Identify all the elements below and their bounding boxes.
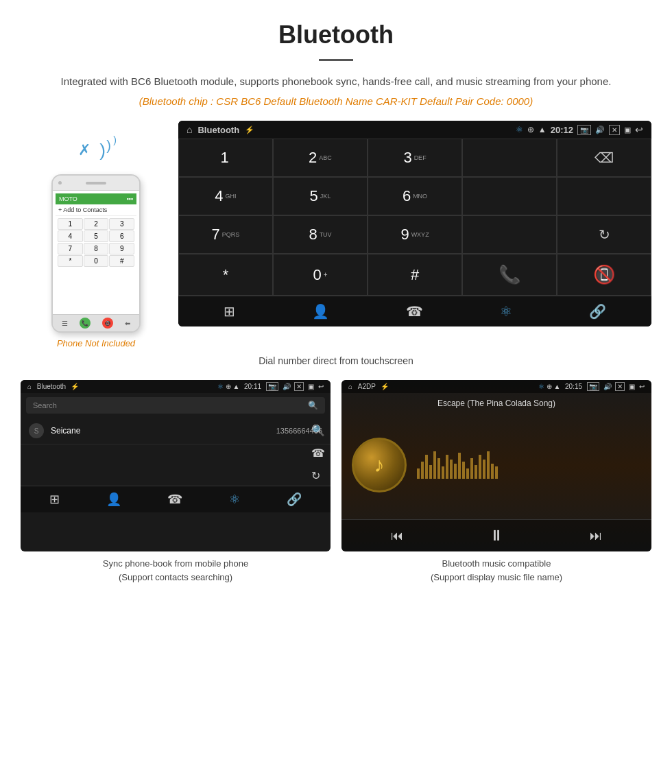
- pb-contacts-icon[interactable]: 👤: [106, 492, 121, 507]
- phone-key-6[interactable]: 6: [109, 230, 134, 242]
- phone-key-8[interactable]: 8: [84, 243, 109, 254]
- phone-call-btn[interactable]: 📞: [80, 318, 91, 329]
- prev-btn[interactable]: ⏮: [391, 529, 403, 543]
- key-0[interactable]: 0 +: [273, 254, 368, 296]
- pb-exit-icon[interactable]: ✕: [294, 382, 304, 391]
- phone-key-hash[interactable]: #: [109, 255, 134, 267]
- music-note-icon: ♪: [374, 453, 385, 477]
- key-4-sub: GHI: [226, 193, 237, 200]
- pb-window-icon[interactable]: ▣: [308, 383, 314, 390]
- phone-key-0[interactable]: 0: [84, 255, 109, 267]
- contact-avatar-s: S: [29, 423, 44, 438]
- pb-back-icon[interactable]: ↩: [318, 383, 324, 390]
- link-nav-icon[interactable]: 🔗: [589, 303, 606, 320]
- pb-volume-icon[interactable]: 🔊: [283, 383, 291, 390]
- exit-icon[interactable]: ✕: [609, 125, 620, 135]
- key-star[interactable]: *: [178, 254, 273, 296]
- home-icon[interactable]: ⌂: [187, 124, 192, 135]
- key-7[interactable]: 7 PQRS: [178, 215, 273, 254]
- phone-bottom-bar: ☰ 📞 📵 ⬅: [53, 314, 139, 331]
- phone-end-icon: 📵: [104, 320, 111, 326]
- next-btn[interactable]: ⏭: [590, 529, 602, 543]
- music-camera-icon[interactable]: 📷: [587, 382, 599, 391]
- phone-key-star[interactable]: *: [58, 255, 83, 267]
- key-3[interactable]: 3 DEF: [368, 139, 462, 177]
- pb-refresh-right-icon[interactable]: ↻: [311, 469, 325, 482]
- pb-search-placeholder: Search: [33, 401, 57, 409]
- back-icon[interactable]: ↩: [635, 124, 643, 135]
- search-icon[interactable]: 🔍: [308, 401, 318, 410]
- vis-bar: [475, 465, 477, 479]
- phone-key-7[interactable]: 7: [58, 243, 83, 254]
- pb-search-bar[interactable]: Search 🔍: [26, 397, 325, 414]
- phone-key-1[interactable]: 1: [58, 218, 83, 230]
- usb-icon: ⚡: [245, 126, 254, 134]
- music-home-icon[interactable]: ⌂: [348, 383, 352, 390]
- music-screen: ⌂ A2DP ⚡ ⚛ ⊕ ▲ 20:15 📷 🔊 ✕ ▣ ↩ Escape (T…: [341, 380, 651, 551]
- phone-end-btn[interactable]: 📵: [102, 318, 113, 329]
- phone-key-2[interactable]: 2: [84, 218, 109, 230]
- key-8[interactable]: 8 TUV: [273, 215, 368, 254]
- key-5[interactable]: 5 JKL: [273, 177, 368, 215]
- pb-grid-icon[interactable]: ⊞: [49, 492, 60, 507]
- grid-nav-icon[interactable]: ⊞: [224, 303, 235, 320]
- phone-key-4[interactable]: 4: [58, 230, 83, 242]
- phone-screen: MOTO ▪▪▪ + Add to Contacts 1 2 3 4 5 6 7…: [53, 191, 139, 314]
- dial-caption: Dial number direct from touchscreen: [0, 355, 672, 366]
- pb-link-icon[interactable]: 🔗: [287, 492, 302, 507]
- car-dial-screen: ⌂ Bluetooth ⚡ ⚛ ⊕ ▲ 20:12 📷 🔊 ✕ ▣ ↩ 1: [178, 121, 651, 326]
- key-4-main: 4: [215, 187, 223, 205]
- call-button[interactable]: 📞: [462, 254, 557, 296]
- phone-dialpad: 1 2 3 4 5 6 7 8 9 * 0 #: [56, 216, 136, 269]
- bluetooth-label: Bluetooth: [197, 125, 239, 135]
- music-exit-icon[interactable]: ✕: [615, 382, 625, 391]
- time-display: 20:12: [551, 125, 573, 135]
- key-hash[interactable]: #: [368, 254, 462, 296]
- phone-nav-icon[interactable]: ☎: [406, 303, 423, 320]
- vis-bar: [487, 451, 490, 479]
- pb-phone-right-icon[interactable]: ☎: [311, 447, 325, 460]
- vis-bar: [495, 466, 498, 479]
- bluetooth-nav-icon[interactable]: ⚛: [500, 303, 512, 320]
- pb-search-right-icon[interactable]: 🔍: [311, 424, 325, 437]
- backspace-btn[interactable]: ⌫: [557, 139, 651, 177]
- vis-bar: [442, 466, 444, 479]
- music-volume-icon[interactable]: 🔊: [603, 383, 612, 390]
- phonebook-screen: ⌂ Bluetooth ⚡ ⚛ ⊕ ▲ 20:11 📷 🔊 ✕ ▣ ↩ S: [21, 380, 331, 551]
- location-icon: ⊕: [527, 125, 534, 134]
- end-call-button[interactable]: 📵: [557, 254, 651, 296]
- key-6[interactable]: 6 MNO: [368, 177, 462, 215]
- key-2[interactable]: 2 ABC: [273, 139, 368, 177]
- key-9[interactable]: 9 WXYZ: [368, 215, 462, 254]
- music-window-icon[interactable]: ▣: [629, 383, 635, 390]
- status-left: ⌂ Bluetooth ⚡: [187, 124, 254, 135]
- phone-key-9[interactable]: 9: [109, 243, 134, 254]
- phone-signal: ▪▪▪: [126, 195, 133, 202]
- wifi-arc-2: ): [106, 138, 111, 154]
- phone-key-3[interactable]: 3: [109, 218, 134, 230]
- play-pause-btn[interactable]: ⏸: [489, 527, 504, 545]
- key-0-sub: +: [324, 271, 328, 278]
- phone-back-btn[interactable]: ⬅: [125, 320, 130, 327]
- key-1[interactable]: 1: [178, 139, 273, 177]
- vis-bar: [479, 455, 481, 479]
- phone-menu-btn[interactable]: ☰: [62, 320, 68, 327]
- contacts-nav-icon[interactable]: 👤: [312, 303, 329, 320]
- window-icon[interactable]: ▣: [624, 126, 631, 134]
- pb-bt-nav-icon[interactable]: ⚛: [229, 492, 240, 507]
- phone-container: ) ) ) ✗ MOTO ▪▪▪ + Add to Contacts 1 2: [21, 121, 171, 348]
- pb-camera-icon[interactable]: 📷: [266, 382, 278, 391]
- pb-phone-icon[interactable]: ☎: [167, 492, 182, 507]
- volume-icon[interactable]: 🔊: [595, 126, 605, 134]
- vis-bar: [491, 464, 494, 479]
- wifi-arc-1: ): [113, 134, 117, 145]
- pb-home-icon[interactable]: ⌂: [27, 383, 32, 390]
- refresh-btn[interactable]: ↻: [557, 215, 651, 254]
- key-0-main: 0: [313, 266, 321, 284]
- camera-icon[interactable]: 📷: [577, 125, 591, 135]
- music-back-icon[interactable]: ↩: [639, 383, 645, 390]
- key-4[interactable]: 4 GHI: [178, 177, 273, 215]
- contact-row-seicane[interactable]: S Seicane 13566664466: [21, 418, 331, 444]
- pb-right-icons: 🔍 ☎ ↻: [311, 424, 325, 482]
- phone-key-5[interactable]: 5: [84, 230, 109, 242]
